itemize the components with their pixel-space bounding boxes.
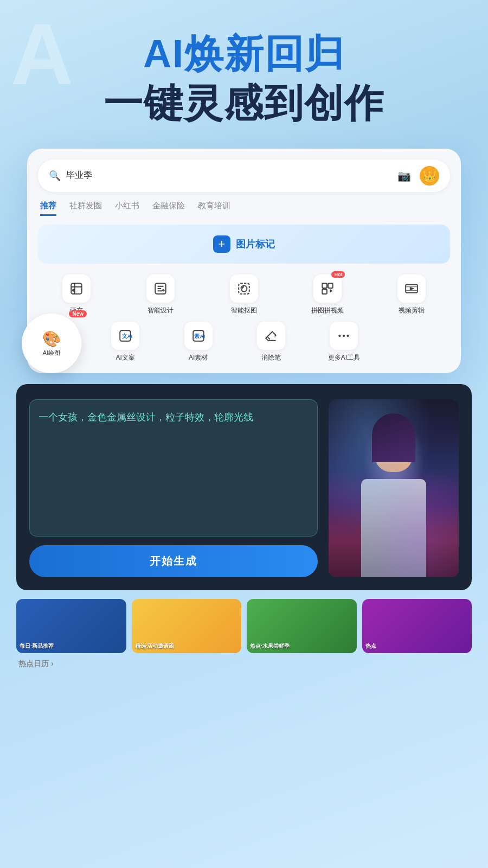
svg-rect-0 [71,283,82,294]
tool-more-ai[interactable]: 更多AI工具 [311,322,377,362]
smart-design-icon [146,275,175,303]
tool-eraser[interactable]: 消除笔 [238,322,304,362]
svg-point-3 [162,289,164,291]
hot-calendar-label: 热点日历 [18,659,49,668]
hero-title-highlight: 回归 [265,32,345,75]
bottom-thumbnails: 每日·新品推荐 精选·活动邀请函 热点·水果尝鲜季 热点 [16,599,472,653]
tool-ai-copy-label: AI文案 [116,353,135,362]
ai-drawing-icon: 🎨 [42,330,61,348]
tool-smart-cutout[interactable]: 智能抠图 [206,275,282,315]
thumbnail-event-invite-label: 精选·活动邀请函 [135,642,239,650]
tool-collage-video-label: 拼图拼视频 [311,306,344,315]
thumbnail-event-invite[interactable]: 精选·活动邀请函 [132,599,242,653]
new-badge: New [69,310,87,317]
camera-icon[interactable]: 📷 [397,169,411,182]
search-icon: 🔍 [49,170,61,182]
thumbnail-daily-new[interactable]: 每日·新品推荐 [16,599,126,653]
svg-marker-11 [410,286,415,290]
tab-xiaohongshu[interactable]: 小红书 [115,201,139,216]
canvas-icon [62,275,91,303]
ai-gen-left-panel: 一个女孩，金色金属丝设计，粒子特效，轮廓光线 开始生成 [29,399,318,577]
search-bar[interactable]: 🔍 毕业季 📷 👑 [38,159,450,192]
svg-point-18 [347,334,349,336]
svg-point-17 [343,334,345,336]
tool-ai-copy[interactable]: 文AI AI文案 [92,322,158,362]
tool-smart-design-label: 智能设计 [147,306,174,315]
tools-grid-row1: 画布 智能设计 智能抠图 [38,275,450,315]
svg-point-16 [339,334,341,336]
svg-rect-7 [328,283,333,288]
hero-title-ai: AI焕新 [143,32,265,75]
app-card: 🔍 毕业季 📷 👑 推荐 社群发圈 小红书 金融保险 教育培训 + 图片标记 画… [27,149,461,373]
tab-education[interactable]: 教育培训 [198,201,230,216]
tab-finance[interactable]: 金融保险 [152,201,185,216]
tool-canvas[interactable]: 画布 [38,275,115,315]
hero-section: AI焕新回归 一键灵感到创作 [0,0,488,138]
hot-calendar-arrow: › [51,659,54,668]
smart-cutout-icon [230,275,258,303]
ai-gen-prompt-box[interactable]: 一个女孩，金色金属丝设计，粒子特效，轮廓光线 [29,399,318,537]
vip-crown-icon[interactable]: 👑 [420,166,439,186]
thumbnail-hot[interactable]: 热点 [362,599,472,653]
tool-video-edit-label: 视频剪辑 [399,306,425,315]
tab-social[interactable]: 社群发圈 [69,201,102,216]
hot-badge: Hot [331,271,345,278]
thumbnail-fruit-season-label: 热点·水果尝鲜季 [250,642,354,650]
svg-text:素AI: 素AI [194,333,205,339]
tool-ai-material[interactable]: 素AI AI素材 [165,322,231,362]
ai-material-icon: 素AI [184,322,213,350]
search-input-text: 毕业季 [66,170,397,181]
tool-smart-cutout-label: 智能抠图 [231,306,257,315]
tool-smart-design[interactable]: 智能设计 [121,275,198,315]
tools-grid-row2: 文AI AI文案 素AI AI素材 [38,322,450,362]
tool-video-edit[interactable]: 视频剪辑 [373,275,450,315]
svg-rect-4 [239,283,249,294]
hero-title-line2: 一键灵感到创作 [22,80,466,126]
ai-drawing-label: AI绘图 [43,349,60,357]
ai-girl-illustration [329,399,459,577]
svg-rect-6 [323,283,328,288]
hot-calendar-section: 热点日历› [16,659,472,669]
image-mark-banner[interactable]: + 图片标记 [38,225,450,264]
tab-bar: 推荐 社群发圈 小红书 金融保险 教育培训 [38,201,450,216]
ai-drawing-bubble[interactable]: 🎨 AI绘图 New [22,314,81,373]
tool-collage-video[interactable]: Hot 拼图拼视频 [289,275,366,315]
svg-text:文AI: 文AI [122,333,133,339]
tool-eraser-label: 消除笔 [261,353,281,362]
tools-row2-wrapper: 🎨 AI绘图 New 文AI AI文案 素AI [38,322,450,362]
tool-ai-material-label: AI素材 [189,353,208,362]
hot-calendar-link[interactable]: 热点日历› [16,659,54,668]
thumbnail-daily-new-label: 每日·新品推荐 [20,642,123,650]
hero-title-line1: AI焕新回归 [22,33,466,75]
banner-label: 图片标记 [236,238,275,251]
collage-video-icon: Hot [313,275,342,303]
more-ai-icon [330,322,358,350]
svg-rect-8 [323,289,328,294]
ai-gen-image-panel [329,399,459,577]
eraser-icon [257,322,285,350]
ai-girl-hair [372,413,415,462]
ai-gen-prompt-text: 一个女孩，金色金属丝设计，粒子特效，轮廓光线 [38,410,309,425]
ai-gen-card: 一个女孩，金色金属丝设计，粒子特效，轮廓光线 开始生成 [16,384,472,590]
svg-point-1 [73,289,74,291]
video-edit-icon [397,275,426,303]
thumbnail-fruit-season[interactable]: 热点·水果尝鲜季 [247,599,357,653]
svg-marker-9 [330,289,333,293]
ai-gen-start-button[interactable]: 开始生成 [29,545,318,577]
thumbnail-hot-label: 热点 [365,642,469,650]
ai-copy-icon: 文AI [111,322,139,350]
banner-plus-button[interactable]: + [213,235,230,253]
tab-recommend[interactable]: 推荐 [40,201,56,216]
tool-more-ai-label: 更多AI工具 [328,353,360,362]
